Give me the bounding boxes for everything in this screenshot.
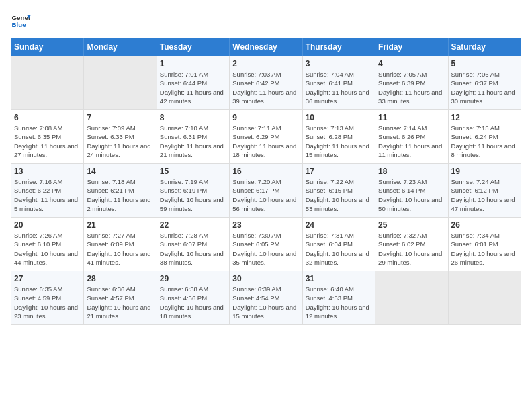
day-info: Sunrise: 7:16 AM Sunset: 6:22 PM Dayligh… (14, 177, 81, 213)
calendar-cell (448, 271, 521, 325)
day-number: 20 (14, 220, 81, 230)
day-number: 24 (306, 220, 372, 230)
day-number: 7 (87, 113, 153, 122)
calendar-cell: 6Sunrise: 7:08 AM Sunset: 6:35 PM Daylig… (11, 110, 84, 164)
day-number: 18 (378, 167, 445, 176)
calendar-cell: 22Sunrise: 7:28 AM Sunset: 6:07 PM Dayli… (157, 218, 229, 271)
day-number: 31 (306, 274, 372, 283)
calendar-cell: 30Sunrise: 6:39 AM Sunset: 4:54 PM Dayli… (230, 271, 302, 325)
calendar-week-row: 1Sunrise: 7:01 AM Sunset: 6:44 PM Daylig… (11, 56, 521, 110)
day-number: 30 (232, 274, 299, 283)
day-info: Sunrise: 6:40 AM Sunset: 4:53 PM Dayligh… (306, 285, 372, 320)
day-info: Sunrise: 7:19 AM Sunset: 6:19 PM Dayligh… (160, 177, 226, 213)
day-number: 1 (160, 59, 226, 68)
calendar-cell: 13Sunrise: 7:16 AM Sunset: 6:22 PM Dayli… (11, 164, 84, 218)
day-info: Sunrise: 7:15 AM Sunset: 6:24 PM Dayligh… (451, 124, 518, 159)
calendar-cell: 29Sunrise: 6:38 AM Sunset: 4:56 PM Dayli… (157, 271, 229, 325)
day-info: Sunrise: 7:03 AM Sunset: 6:42 PM Dayligh… (232, 70, 299, 105)
calendar-cell: 31Sunrise: 6:40 AM Sunset: 4:53 PM Dayli… (302, 271, 375, 325)
day-number: 10 (306, 113, 372, 122)
day-info: Sunrise: 7:04 AM Sunset: 6:41 PM Dayligh… (306, 70, 372, 105)
calendar-cell: 4Sunrise: 7:05 AM Sunset: 6:39 PM Daylig… (375, 56, 448, 110)
calendar-cell: 23Sunrise: 7:30 AM Sunset: 6:05 PM Dayli… (230, 218, 302, 271)
calendar-cell: 16Sunrise: 7:20 AM Sunset: 6:17 PM Dayli… (230, 164, 302, 218)
calendar-cell: 10Sunrise: 7:13 AM Sunset: 6:28 PM Dayli… (302, 110, 375, 164)
calendar-cell: 14Sunrise: 7:18 AM Sunset: 6:21 PM Dayli… (84, 164, 157, 218)
day-info: Sunrise: 7:31 AM Sunset: 6:04 PM Dayligh… (306, 231, 372, 267)
day-info: Sunrise: 7:22 AM Sunset: 6:15 PM Dayligh… (306, 177, 372, 213)
day-info: Sunrise: 7:09 AM Sunset: 6:33 PM Dayligh… (87, 124, 153, 159)
calendar-cell: 7Sunrise: 7:09 AM Sunset: 6:33 PM Daylig… (84, 110, 157, 164)
day-number: 23 (232, 220, 299, 230)
calendar-cell: 19Sunrise: 7:24 AM Sunset: 6:12 PM Dayli… (448, 164, 521, 218)
day-info: Sunrise: 7:18 AM Sunset: 6:21 PM Dayligh… (87, 177, 153, 213)
calendar-cell: 26Sunrise: 7:34 AM Sunset: 6:01 PM Dayli… (448, 218, 521, 271)
day-number: 16 (232, 167, 299, 176)
weekday-header: Monday (84, 38, 157, 56)
calendar-cell: 1Sunrise: 7:01 AM Sunset: 6:44 PM Daylig… (157, 56, 229, 110)
day-info: Sunrise: 6:36 AM Sunset: 4:57 PM Dayligh… (87, 285, 153, 320)
logo: General Blue (11, 11, 31, 31)
day-info: Sunrise: 7:26 AM Sunset: 6:10 PM Dayligh… (14, 231, 81, 267)
calendar-cell (11, 56, 84, 110)
weekday-header: Thursday (302, 38, 375, 56)
day-number: 6 (14, 113, 81, 122)
calendar-week-row: 13Sunrise: 7:16 AM Sunset: 6:22 PM Dayli… (11, 164, 521, 218)
day-number: 4 (378, 59, 445, 68)
weekday-header: Saturday (448, 38, 521, 56)
day-number: 14 (87, 167, 153, 176)
calendar-cell: 11Sunrise: 7:14 AM Sunset: 6:26 PM Dayli… (375, 110, 448, 164)
day-info: Sunrise: 7:23 AM Sunset: 6:14 PM Dayligh… (378, 177, 445, 213)
weekday-header: Tuesday (157, 38, 229, 56)
calendar-cell: 9Sunrise: 7:11 AM Sunset: 6:29 PM Daylig… (230, 110, 302, 164)
day-info: Sunrise: 7:08 AM Sunset: 6:35 PM Dayligh… (14, 124, 81, 159)
day-number: 26 (451, 220, 518, 230)
calendar-week-row: 20Sunrise: 7:26 AM Sunset: 6:10 PM Dayli… (11, 218, 521, 271)
calendar-cell (375, 271, 448, 325)
calendar-cell: 2Sunrise: 7:03 AM Sunset: 6:42 PM Daylig… (230, 56, 302, 110)
calendar-cell: 28Sunrise: 6:36 AM Sunset: 4:57 PM Dayli… (84, 271, 157, 325)
day-info: Sunrise: 7:28 AM Sunset: 6:07 PM Dayligh… (160, 231, 226, 267)
weekday-header: Wednesday (230, 38, 302, 56)
calendar-cell: 8Sunrise: 7:10 AM Sunset: 6:31 PM Daylig… (157, 110, 229, 164)
logo-icon: General Blue (11, 11, 31, 31)
day-number: 15 (160, 167, 226, 176)
svg-text:Blue: Blue (12, 21, 27, 28)
day-number: 17 (306, 167, 372, 176)
weekday-header: Sunday (11, 38, 84, 56)
calendar-week-row: 27Sunrise: 6:35 AM Sunset: 4:59 PM Dayli… (11, 271, 521, 325)
day-info: Sunrise: 7:05 AM Sunset: 6:39 PM Dayligh… (378, 70, 445, 105)
weekday-header-row: SundayMondayTuesdayWednesdayThursdayFrid… (11, 38, 521, 56)
day-number: 21 (87, 220, 153, 230)
day-info: Sunrise: 7:11 AM Sunset: 6:29 PM Dayligh… (232, 124, 299, 159)
day-info: Sunrise: 6:35 AM Sunset: 4:59 PM Dayligh… (14, 285, 81, 320)
calendar-cell: 5Sunrise: 7:06 AM Sunset: 6:37 PM Daylig… (448, 56, 521, 110)
day-number: 9 (232, 113, 299, 122)
calendar-cell (84, 56, 157, 110)
calendar-cell: 24Sunrise: 7:31 AM Sunset: 6:04 PM Dayli… (302, 218, 375, 271)
day-number: 2 (232, 59, 299, 68)
calendar-cell: 25Sunrise: 7:32 AM Sunset: 6:02 PM Dayli… (375, 218, 448, 271)
calendar-week-row: 6Sunrise: 7:08 AM Sunset: 6:35 PM Daylig… (11, 110, 521, 164)
day-info: Sunrise: 7:01 AM Sunset: 6:44 PM Dayligh… (160, 70, 226, 105)
day-number: 13 (14, 167, 81, 176)
day-info: Sunrise: 7:13 AM Sunset: 6:28 PM Dayligh… (306, 124, 372, 159)
day-number: 28 (87, 274, 153, 283)
day-number: 22 (160, 220, 226, 230)
day-number: 11 (378, 113, 445, 122)
day-info: Sunrise: 7:10 AM Sunset: 6:31 PM Dayligh… (160, 124, 226, 159)
day-number: 29 (160, 274, 226, 283)
day-info: Sunrise: 7:14 AM Sunset: 6:26 PM Dayligh… (378, 124, 445, 159)
day-info: Sunrise: 7:27 AM Sunset: 6:09 PM Dayligh… (87, 231, 153, 267)
day-info: Sunrise: 7:20 AM Sunset: 6:17 PM Dayligh… (232, 177, 299, 213)
calendar-cell: 17Sunrise: 7:22 AM Sunset: 6:15 PM Dayli… (302, 164, 375, 218)
day-info: Sunrise: 6:39 AM Sunset: 4:54 PM Dayligh… (232, 285, 299, 320)
day-number: 12 (451, 113, 518, 122)
day-number: 8 (160, 113, 226, 122)
day-info: Sunrise: 7:30 AM Sunset: 6:05 PM Dayligh… (232, 231, 299, 267)
day-info: Sunrise: 7:24 AM Sunset: 6:12 PM Dayligh… (451, 177, 518, 213)
calendar-cell: 3Sunrise: 7:04 AM Sunset: 6:41 PM Daylig… (302, 56, 375, 110)
calendar-cell: 27Sunrise: 6:35 AM Sunset: 4:59 PM Dayli… (11, 271, 84, 325)
day-info: Sunrise: 6:38 AM Sunset: 4:56 PM Dayligh… (160, 285, 226, 320)
calendar-cell: 12Sunrise: 7:15 AM Sunset: 6:24 PM Dayli… (448, 110, 521, 164)
